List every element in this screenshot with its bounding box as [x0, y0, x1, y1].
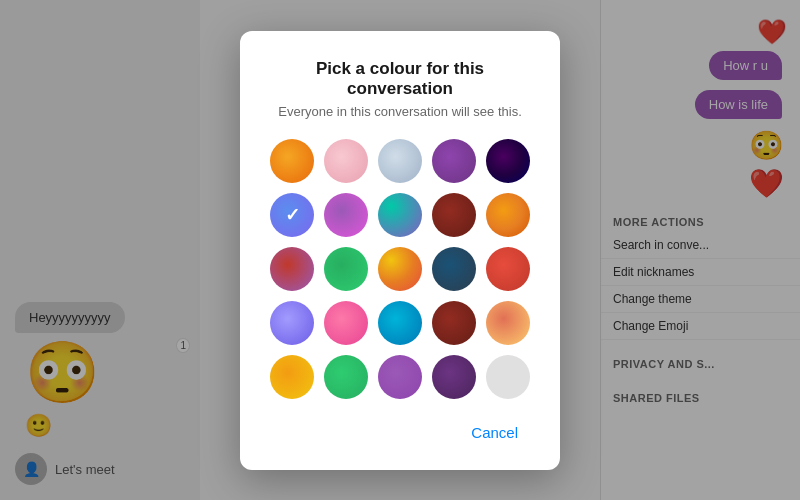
color-swatch-16[interactable] — [270, 301, 314, 345]
dialog-title: Pick a colour for this conversation — [272, 59, 528, 99]
cancel-button[interactable]: Cancel — [461, 419, 528, 446]
color-swatch-20[interactable] — [486, 301, 530, 345]
color-swatch-19[interactable] — [432, 301, 476, 345]
dialog-subtitle: Everyone in this conversation will see t… — [272, 104, 528, 119]
color-swatch-10[interactable] — [486, 193, 530, 237]
color-swatch-21[interactable] — [270, 355, 314, 399]
color-swatch-5[interactable] — [486, 139, 530, 183]
modal-overlay[interactable]: Pick a colour for this conversation Ever… — [0, 0, 800, 500]
color-swatch-14[interactable] — [432, 247, 476, 291]
color-swatch-22[interactable] — [324, 355, 368, 399]
color-swatch-4[interactable] — [432, 139, 476, 183]
color-swatch-15[interactable] — [486, 247, 530, 291]
color-swatch-9[interactable] — [432, 193, 476, 237]
color-swatch-8[interactable] — [378, 193, 422, 237]
color-swatch-12[interactable] — [324, 247, 368, 291]
color-swatch-17[interactable] — [324, 301, 368, 345]
color-swatch-24[interactable] — [432, 355, 476, 399]
color-picker-dialog: Pick a colour for this conversation Ever… — [240, 31, 560, 470]
color-swatch-1[interactable] — [270, 139, 314, 183]
color-swatch-25[interactable] — [486, 355, 530, 399]
color-swatch-3[interactable] — [378, 139, 422, 183]
color-grid — [272, 139, 528, 399]
color-swatch-18[interactable] — [378, 301, 422, 345]
dialog-footer: Cancel — [272, 419, 528, 446]
color-swatch-11[interactable] — [270, 247, 314, 291]
color-swatch-7[interactable] — [324, 193, 368, 237]
color-swatch-13[interactable] — [378, 247, 422, 291]
color-swatch-23[interactable] — [378, 355, 422, 399]
color-swatch-6[interactable] — [270, 193, 314, 237]
color-swatch-2[interactable] — [324, 139, 368, 183]
